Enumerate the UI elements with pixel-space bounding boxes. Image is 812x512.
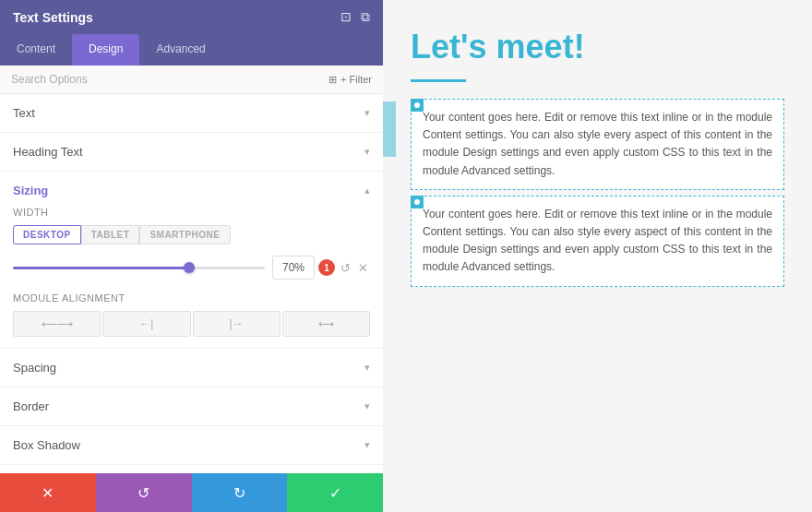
- page-heading: Let's meet!: [411, 28, 784, 66]
- section-filters[interactable]: Filters ▾: [0, 465, 383, 473]
- section-box-shadow-label: Box Shadow: [13, 438, 80, 452]
- section-spacing-label: Spacing: [13, 361, 56, 375]
- clear-button[interactable]: ✕: [356, 259, 370, 277]
- block-handle-1: [411, 99, 424, 112]
- cancel-button[interactable]: ✕: [0, 473, 96, 512]
- section-border-label: Border: [13, 399, 49, 413]
- section-box-shadow[interactable]: Box Shadow ▾: [0, 426, 383, 465]
- save-button[interactable]: ✓: [287, 473, 383, 512]
- search-placeholder: Search Options: [11, 73, 328, 86]
- paragraph-1: Your content goes here. Edit or remove t…: [423, 111, 772, 177]
- width-input[interactable]: [272, 256, 315, 280]
- chevron-down-icon: ▾: [364, 107, 370, 119]
- chevron-down-icon: ▾: [364, 400, 370, 412]
- filter-icon: ⊞: [328, 74, 337, 86]
- alignment-label: Module Alignment: [13, 292, 370, 304]
- search-bar: Search Options ⊞ + Filter: [0, 65, 383, 94]
- chevron-down-icon: ▾: [364, 146, 370, 158]
- reset-button[interactable]: ↺: [339, 259, 352, 277]
- preview-panel: Let's meet! Your content goes here. Edit…: [383, 0, 812, 512]
- width-slider-row: 1 ↺ ✕: [13, 256, 370, 280]
- module-alignment: Module Alignment ⟵⟶ ←| |→ ⟷: [13, 292, 370, 337]
- sizing-title: Sizing: [13, 184, 48, 197]
- section-border[interactable]: Border ▾: [0, 387, 383, 426]
- filter-button[interactable]: ⊞ + Filter: [328, 74, 372, 86]
- chevron-down-icon: ▾: [364, 362, 370, 374]
- redo-button[interactable]: ↻: [192, 473, 288, 512]
- section-text-label: Text: [13, 106, 35, 120]
- settings-body: Text ▾ Heading Text ▾ Sizing ▴ Width DES…: [0, 94, 383, 473]
- sizing-header[interactable]: Sizing ▴: [13, 172, 370, 207]
- section-heading-text[interactable]: Heading Text ▾: [0, 133, 383, 172]
- text-block-2[interactable]: Your content goes here. Edit or remove t…: [411, 196, 784, 287]
- panel-header: Text Settings ⊡ ⧉: [0, 0, 383, 34]
- device-tab-smartphone[interactable]: SMARTPHONE: [139, 225, 230, 244]
- expand-icon[interactable]: ⧉: [361, 9, 370, 25]
- width-slider-track[interactable]: [13, 267, 265, 269]
- device-tab-bar: DESKTOP TABLET SMARTPHONE: [13, 225, 370, 244]
- chevron-up-icon: ▴: [364, 185, 370, 196]
- align-center-left[interactable]: ←|: [102, 311, 190, 337]
- block-handle-2: [411, 196, 424, 208]
- handle-dot: [414, 199, 420, 205]
- section-spacing[interactable]: Spacing ▾: [0, 349, 383, 387]
- slider-value-box: 1 ↺ ✕: [272, 256, 370, 280]
- tab-content[interactable]: Content: [0, 34, 72, 65]
- handle-dot: [414, 102, 420, 108]
- settings-panel: Text Settings ⊡ ⧉ Content Design Advance…: [0, 0, 383, 512]
- section-text[interactable]: Text ▾: [0, 94, 383, 133]
- content-area: Your content goes here. Edit or remove t…: [411, 99, 784, 292]
- bottom-toolbar: ✕ ↺ ↻ ✓: [0, 473, 383, 512]
- accent-side-bar: [383, 101, 396, 157]
- slider-fill: [13, 267, 189, 269]
- alignment-options: ⟵⟶ ←| |→ ⟷: [13, 311, 370, 337]
- device-tab-tablet[interactable]: TABLET: [81, 225, 140, 244]
- panel-header-icons: ⊡ ⧉: [340, 9, 370, 25]
- chevron-down-icon: ▾: [364, 439, 370, 451]
- align-center-right[interactable]: |→: [193, 311, 281, 337]
- panel-title: Text Settings: [13, 10, 93, 25]
- width-label: Width: [13, 207, 370, 218]
- tab-design[interactable]: Design: [72, 34, 139, 65]
- tab-bar: Content Design Advanced: [0, 34, 383, 65]
- text-block-1[interactable]: Your content goes here. Edit or remove t…: [411, 99, 784, 190]
- paragraph-2: Your content goes here. Edit or remove t…: [423, 208, 772, 274]
- section-sizing: Sizing ▴ Width DESKTOP TABLET SMARTPHONE…: [0, 172, 383, 349]
- tab-advanced[interactable]: Advanced: [139, 34, 221, 65]
- align-right[interactable]: ⟷: [282, 311, 370, 337]
- undo-button[interactable]: ↺: [96, 473, 192, 512]
- align-left[interactable]: ⟵⟶: [13, 311, 101, 337]
- filter-label: + Filter: [340, 74, 372, 85]
- change-badge: 1: [318, 259, 335, 276]
- minimize-icon[interactable]: ⊡: [340, 9, 352, 25]
- slider-thumb[interactable]: [184, 262, 195, 273]
- device-tab-desktop[interactable]: DESKTOP: [13, 225, 81, 244]
- accent-divider: [411, 79, 466, 82]
- section-heading-text-label: Heading Text: [13, 145, 83, 159]
